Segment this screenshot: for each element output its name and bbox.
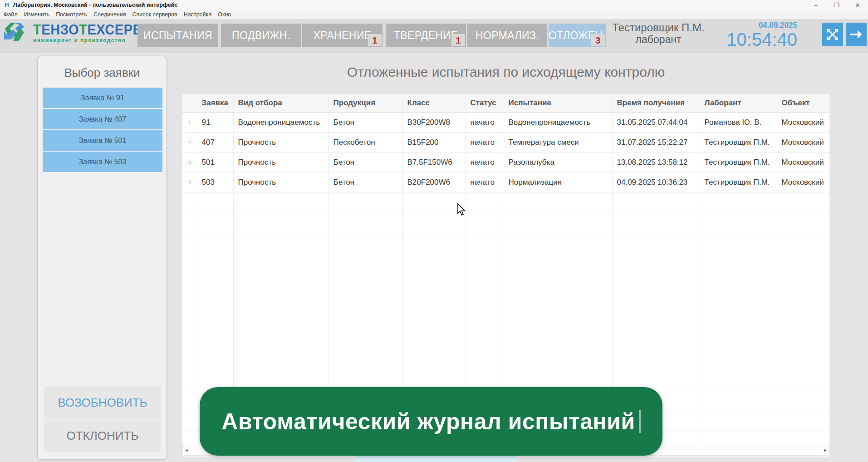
col-header-obekt: Объект	[777, 94, 829, 113]
menu-file[interactable]: Файл	[4, 11, 18, 18]
exit-button[interactable]	[846, 23, 867, 46]
table-row-empty	[182, 292, 829, 312]
request-item-503[interactable]: Заявка № 503	[43, 152, 162, 172]
table-row[interactable]: 2 407 Прочность Пескобетон B15F200 начат…	[182, 133, 829, 152]
brand-logo-icon	[1, 20, 27, 45]
background-toast	[355, 455, 517, 462]
request-item-501[interactable]: Заявка № 501	[43, 130, 162, 151]
decline-button[interactable]: ОТКЛОНИТЬ	[44, 420, 161, 452]
menu-settings[interactable]: Настройка	[184, 11, 212, 18]
tab-khranenie[interactable]: ХРАНЕНИЕ 1	[302, 24, 383, 47]
col-header-ispytanie: Испытание	[504, 94, 612, 113]
app-icon: Н	[4, 2, 10, 8]
menu-view[interactable]: Посмотреть	[56, 11, 87, 18]
tab-ispytaniya[interactable]: ИСПЫТАНИЯ	[137, 24, 218, 47]
expand-arrows-icon	[826, 28, 839, 41]
caption-banner: Автоматический журнал испытаний	[200, 387, 662, 456]
table-row-empty	[182, 192, 829, 212]
scroll-right-icon[interactable]: ▸	[822, 447, 829, 452]
menu-connections[interactable]: Соединения	[93, 11, 126, 18]
arrow-right-icon	[849, 29, 863, 40]
tab-normaliz[interactable]: НОРМАЛИЗ.	[467, 24, 547, 47]
table-header: Заявка Вид отбора Продукция Класс Статус…	[182, 94, 829, 113]
current-user: Тестировщик П.М. лаборант	[610, 21, 706, 45]
col-header-klass: Класс	[402, 94, 466, 113]
mouse-cursor	[457, 203, 467, 219]
table-row-empty	[182, 252, 829, 272]
sidebar-title: Выбор заявки	[38, 66, 167, 80]
app-window: Н Лаборатория. Московский - пользователь…	[0, 0, 868, 462]
maximize-button[interactable]: ❐	[826, 0, 847, 10]
clock: 04.09.2025 10:54:40	[710, 21, 797, 49]
request-item-91[interactable]: Заявка № 91	[43, 88, 162, 108]
tab-tverdenie-badge: 1	[451, 34, 465, 46]
menu-server-list[interactable]: Список серверов	[132, 11, 177, 18]
current-time: 10:54:40	[710, 30, 797, 49]
table-row-empty	[182, 272, 829, 292]
col-header-vremya: Время получения	[612, 94, 700, 113]
minimize-button[interactable]: –	[805, 0, 826, 10]
page-title: Отложенные испытания по исходящему контр…	[182, 64, 829, 80]
menu-window[interactable]: Окно	[218, 11, 231, 18]
col-header-produkciya: Продукция	[329, 94, 402, 113]
col-header-zayavka: Заявка	[197, 94, 233, 113]
fullscreen-button[interactable]	[822, 23, 843, 46]
window-controls: – ❐ ✕	[805, 0, 868, 10]
menu-bar: Файл Изменить Посмотреть Соединения Спис…	[0, 10, 868, 20]
title-bar: Н Лаборатория. Московский - пользователь…	[0, 0, 868, 10]
tab-podvizhn[interactable]: ПОДВИЖН.	[221, 24, 301, 47]
table-row-empty	[182, 352, 829, 372]
table-row[interactable]: 3 501 Прочность Бетон B7.5F150W6 начато …	[182, 152, 829, 172]
text-cursor	[639, 410, 641, 433]
col-header-num	[182, 94, 197, 113]
table-row[interactable]: 4 503 Прочность Бетон B20F200W6 начато Н…	[182, 172, 829, 192]
resume-button[interactable]: ВОЗОБНОВИТЬ	[44, 386, 161, 419]
table-row[interactable]: 1 91 Водонепроницаемость Бетон B30F200W8…	[182, 113, 829, 133]
request-list: Заявка № 91 Заявка № 407 Заявка № 501 За…	[38, 88, 167, 172]
table-row-empty	[182, 232, 829, 252]
request-selection-panel: Выбор заявки Заявка № 91 Заявка № 407 За…	[37, 56, 167, 460]
table-row-empty	[182, 212, 829, 232]
menu-edit[interactable]: Изменить	[24, 11, 49, 18]
user-name: Тестировщик П.М.	[610, 21, 706, 34]
current-date: 04.09.2025	[710, 21, 797, 30]
tab-otlozhen-badge: 3	[591, 34, 605, 46]
close-button[interactable]: ✕	[847, 0, 868, 10]
table-row-empty	[182, 332, 829, 352]
tab-tverdenie[interactable]: ТВЕРДЕНИЕ 1	[386, 24, 466, 47]
table-row-empty	[182, 312, 829, 332]
col-header-vid-otbora: Вид отбора	[233, 94, 329, 113]
tab-otlozhen-active[interactable]: ОТЛОЖЕН. 3	[549, 24, 606, 47]
header-bar: ТЕНЗОТЕХСЕРВИС инжиниринг и производство…	[0, 20, 868, 53]
caption-text: Автоматический журнал испытаний	[221, 408, 635, 435]
tab-khranenie-badge: 1	[368, 34, 382, 46]
col-header-status: Статус	[466, 94, 504, 113]
col-header-laborant: Лаборант	[700, 94, 777, 113]
window-title: Лаборатория. Московский - пользовательск…	[13, 2, 177, 8]
scroll-left-icon[interactable]: ◂	[183, 447, 190, 452]
user-role: лаборант	[610, 34, 706, 45]
request-item-407[interactable]: Заявка № 407	[43, 109, 162, 129]
